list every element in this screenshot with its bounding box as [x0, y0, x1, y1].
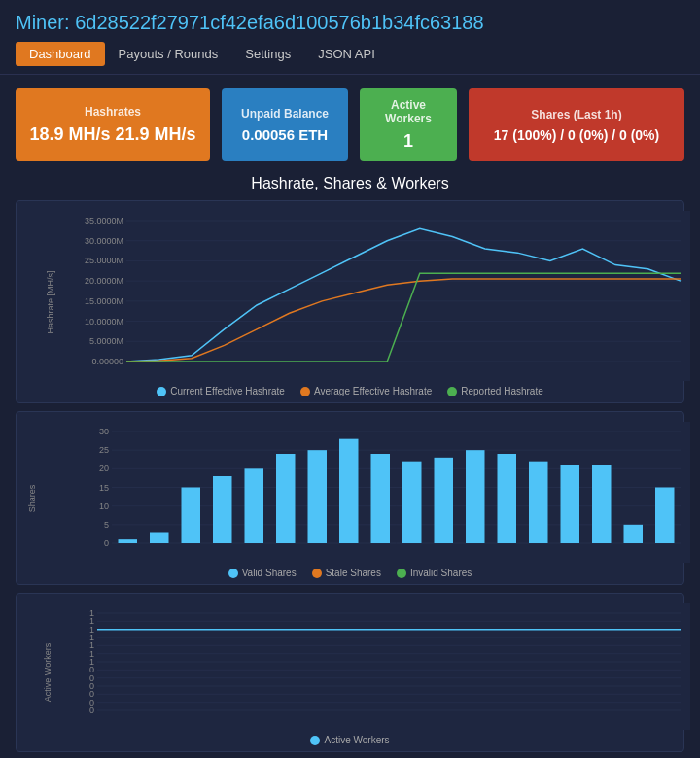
- miner-label: Miner:: [16, 12, 70, 33]
- hashrate-chart: Hashrate [MH/s] Current Effective Hashra…: [16, 200, 684, 403]
- shares-y-label: Shares: [27, 484, 37, 512]
- miner-address: 6d28522f27971cf42efa6d100576b1b34fc63188: [75, 12, 483, 33]
- hashrate-y-label: Hashrate [MH/s]: [46, 270, 55, 333]
- legend-current: Current Effective Hashrate: [157, 386, 285, 396]
- hashrates-card: Hashrates 18.9 MH/s 21.9 MH/s: [16, 88, 210, 161]
- legend-workers: Active Workers: [310, 735, 389, 745]
- nav-jsonapi[interactable]: JSON API: [304, 42, 389, 66]
- nav-settings[interactable]: Settings: [231, 42, 304, 66]
- hashrate-legend: Current Effective Hashrate Average Effec…: [24, 386, 676, 396]
- workers-label: Active Workers: [373, 98, 443, 125]
- hashrates-value: 18.9 MH/s 21.9 MH/s: [29, 124, 196, 145]
- main-nav: Dashboard Payouts / Rounds Settings JSON…: [16, 42, 684, 66]
- charts-section: Hashrate, Shares & Workers Hashrate [MH/…: [0, 175, 700, 758]
- workers-chart: Active Workers Active Workers: [16, 593, 684, 752]
- nav-payouts[interactable]: Payouts / Rounds: [105, 42, 232, 66]
- legend-reported: Reported Hashrate: [447, 386, 543, 396]
- workers-y-label: Active Workers: [43, 643, 52, 702]
- stats-row: Hashrates 18.9 MH/s 21.9 MH/s Unpaid Bal…: [0, 75, 700, 175]
- workers-value: 1: [373, 131, 443, 152]
- legend-stale: Stale Shares: [312, 568, 381, 578]
- unpaid-value: 0.00056 ETH: [235, 126, 334, 143]
- workers-legend: Active Workers: [24, 735, 676, 745]
- workers-card: Active Workers 1: [360, 88, 457, 161]
- shares-card: Shares (Last 1h) 17 (100%) / 0 (0%) / 0 …: [469, 88, 684, 161]
- chart1-title: Hashrate, Shares & Workers: [16, 175, 684, 192]
- hashrates-label: Hashrates: [29, 105, 196, 119]
- shares-value: 17 (100%) / 0 (0%) / 0 (0%): [482, 127, 671, 143]
- legend-average: Average Effective Hashrate: [300, 386, 432, 396]
- header: Miner: 6d28522f27971cf42efa6d100576b1b34…: [0, 0, 700, 75]
- page-title: Miner: 6d28522f27971cf42efa6d100576b1b34…: [16, 12, 684, 34]
- nav-dashboard[interactable]: Dashboard: [16, 42, 105, 66]
- unpaid-label: Unpaid Balance: [235, 107, 334, 121]
- legend-valid: Valid Shares: [228, 568, 297, 578]
- shares-legend: Valid Shares Stale Shares Invalid Shares: [24, 568, 676, 578]
- shares-chart: Shares Valid Shares Stale Shares Invalid…: [16, 411, 684, 585]
- legend-invalid: Invalid Shares: [397, 568, 472, 578]
- unpaid-card: Unpaid Balance 0.00056 ETH: [222, 88, 348, 161]
- shares-label: Shares (Last 1h): [482, 108, 671, 121]
